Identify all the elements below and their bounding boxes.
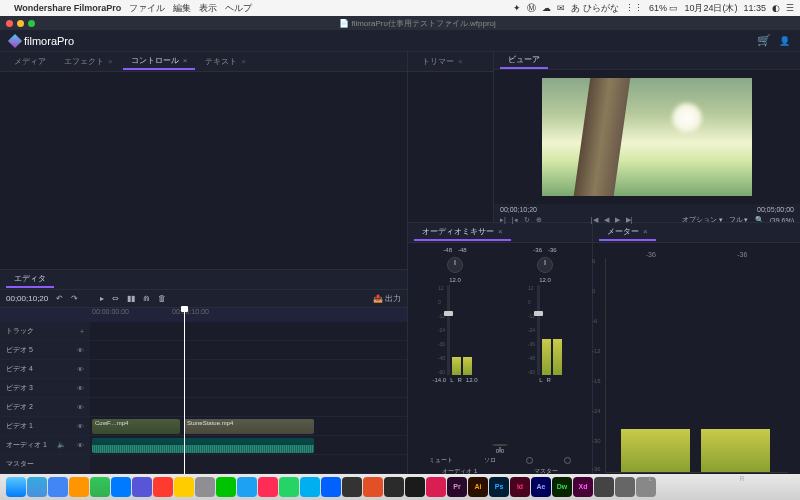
play-icon[interactable]: ▶ [615,216,620,224]
clip-video1-b[interactable]: StoneStatue.mp4 [184,419,314,434]
menu-view[interactable]: 表示 [199,2,217,15]
firefox-icon[interactable] [69,477,89,497]
wifi-icon[interactable]: ⋮⋮ [625,3,643,13]
line-icon[interactable] [216,477,236,497]
track-video4[interactable]: ビデオ 4👁 [0,360,90,378]
tab-effects[interactable]: エフェクト× [56,54,121,69]
notes-icon[interactable] [174,477,194,497]
speaker-icon[interactable]: 🔈 [57,441,66,449]
link-icon[interactable]: ⇔ [112,294,119,303]
tab-trimmer[interactable]: トリマー× [414,54,471,69]
timeline-ruler[interactable]: 00:00:00:00 00:00:10:00 [0,308,407,322]
playhead[interactable] [184,308,185,474]
tab-editor[interactable]: エディタ [6,271,54,288]
eye-icon[interactable]: 👁 [77,385,84,392]
cart-icon[interactable]: 🛒 [757,34,771,47]
track-video1[interactable]: ビデオ 1👁 [0,417,90,435]
eye-icon[interactable]: 👁 [77,404,84,411]
battery-status[interactable]: 61% ▭ [649,3,679,13]
illustrator-icon[interactable]: Ai [468,477,488,497]
dreamweaver-icon[interactable]: Dw [552,477,572,497]
in-point-icon[interactable]: ▸| [500,216,506,224]
aftereffects-icon[interactable]: Ae [531,477,551,497]
tab-text[interactable]: テキスト× [197,54,254,69]
tab-viewer[interactable]: ビューア [500,52,548,69]
xd-icon[interactable]: Xd [573,477,593,497]
export-button[interactable]: 📤 出力 [373,293,401,304]
app-icon[interactable] [405,477,425,497]
menu-date[interactable]: 10月24日(木) [684,2,737,15]
eye-icon[interactable]: 👁 [77,442,84,449]
fader[interactable] [537,285,540,375]
pan-knob[interactable] [447,257,463,273]
status-icon[interactable]: ✉ [557,3,565,13]
app-icon[interactable] [384,477,404,497]
track-master[interactable]: マスター [0,455,90,473]
loop-icon[interactable]: ↻ [524,216,530,224]
solo-toggle[interactable] [564,457,571,464]
terminal-icon[interactable] [342,477,362,497]
out-point-icon[interactable]: |◂ [512,216,518,224]
pan-knob[interactable] [537,257,553,273]
minimize-icon[interactable] [17,20,24,27]
status-icon[interactable]: ☁ [542,3,551,13]
status-icon[interactable]: ✦ [513,3,521,13]
chrome-icon[interactable] [48,477,68,497]
track-audio1[interactable]: オーディオ 1🔈👁 [0,436,90,454]
indesign-icon[interactable]: Id [510,477,530,497]
eye-icon[interactable]: 👁 [77,366,84,373]
user-icon[interactable]: 👤 [779,36,790,46]
maximize-icon[interactable] [28,20,35,27]
settings-icon[interactable] [195,477,215,497]
step-back-icon[interactable]: ◀ [604,216,609,224]
messages-icon[interactable] [90,477,110,497]
snap-icon[interactable]: ⋒ [143,294,150,303]
trash-icon[interactable]: 🗑 [158,294,166,303]
clip-audio1[interactable] [92,438,314,453]
track-video2[interactable]: ビデオ 2👁 [0,398,90,416]
marker-icon[interactable]: ⊕ [536,216,542,224]
tab-audio-mixer[interactable]: オーディオミキサー× [414,224,511,241]
close-icon[interactable] [6,20,13,27]
tab-media[interactable]: メディア [6,54,54,69]
viewer-canvas[interactable] [494,70,800,204]
viewer-timecode[interactable]: 00;00;10;20 [500,206,537,213]
music-icon[interactable] [258,477,278,497]
acrobat-icon[interactable] [426,477,446,497]
redo-icon[interactable]: ↷ [71,294,78,303]
input-method[interactable]: あ ひらがな [571,2,619,15]
fader[interactable] [447,285,450,375]
eye-icon[interactable]: 👁 [77,423,84,430]
eye-icon[interactable]: 👁 [77,347,84,354]
select-tool-icon[interactable]: ▸ [100,294,104,303]
whatsapp-icon[interactable] [279,477,299,497]
premiere-icon[interactable]: Pr [447,477,467,497]
undo-icon[interactable]: ↶ [56,294,63,303]
siri-icon[interactable]: ☰ [786,3,794,13]
editor-timecode[interactable]: 00;00;10;20 [6,294,48,303]
plus-icon[interactable]: + [80,328,84,335]
photoshop-icon[interactable]: Ps [489,477,509,497]
clip-video1-a[interactable]: CowF....mp4 [92,419,180,434]
track-video3[interactable]: ビデオ 3👁 [0,379,90,397]
safari-icon[interactable] [27,477,47,497]
menu-file[interactable]: ファイル [129,2,165,15]
finder-icon[interactable] [6,477,26,497]
track-video5[interactable]: ビデオ 5👁 [0,341,90,359]
status-icon[interactable]: Ⓜ [527,2,536,15]
spotlight-icon[interactable]: ◐ [772,3,780,13]
app-icon[interactable] [363,477,383,497]
twitter-icon[interactable] [237,477,257,497]
dropbox-icon[interactable] [321,477,341,497]
app-store-icon[interactable] [132,477,152,497]
menu-time[interactable]: 11:35 [743,3,766,13]
menu-edit[interactable]: 編集 [173,2,191,15]
tab-meter[interactable]: メーター× [599,224,656,241]
menu-app-name[interactable]: Wondershare FilmoraPro [14,3,121,13]
master-knob[interactable] [492,444,508,446]
mail-icon[interactable] [111,477,131,497]
tab-controls[interactable]: コントロール× [123,53,196,70]
timeline[interactable]: 00:00:00:00 00:00:10:00 トラック+ ビデオ 5👁 ビデオ… [0,308,407,474]
cut-tool-icon[interactable]: ▮▮ [127,294,135,303]
next-icon[interactable]: ▶| [626,216,633,224]
